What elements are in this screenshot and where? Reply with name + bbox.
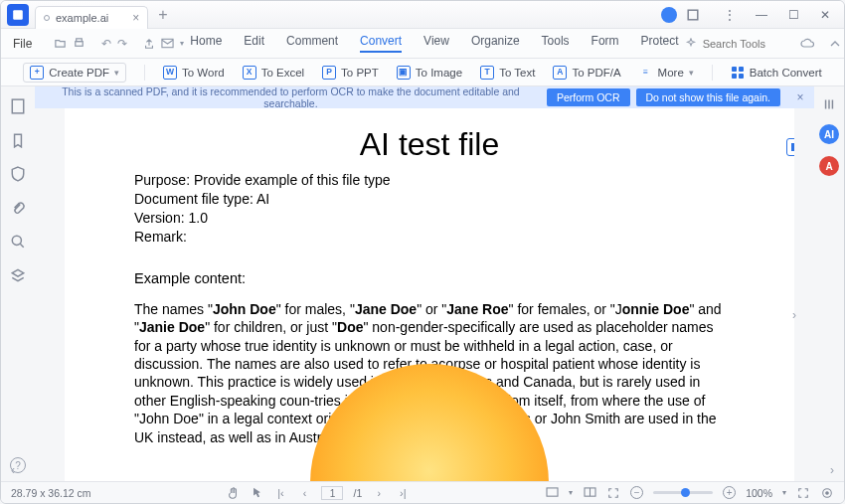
right-panel-toggle-icon[interactable] — [821, 96, 837, 112]
search-input[interactable] — [703, 38, 782, 50]
document-title: AI test file — [134, 126, 725, 163]
to-text-button[interactable]: TTo Text — [480, 66, 535, 80]
kebab-menu-icon[interactable]: ⋮ — [719, 8, 741, 22]
page-total: /1 — [353, 487, 362, 499]
chevron-down-icon: ▾ — [114, 68, 119, 78]
to-ppt-button[interactable]: PTo PPT — [322, 66, 379, 80]
file-menu[interactable]: File — [7, 35, 38, 53]
nav-comment[interactable]: Comment — [286, 34, 338, 53]
minimize-icon[interactable]: — — [751, 8, 772, 22]
view-mode-chevron-icon[interactable]: ▾ — [569, 488, 573, 497]
nav-tools[interactable]: Tools — [542, 34, 570, 53]
share-icon[interactable] — [143, 35, 155, 53]
svg-rect-7 — [547, 488, 558, 496]
panel-toggle-icon[interactable] — [687, 9, 709, 21]
title-bar: example.ai × + ⋮ — ☐ ✕ — [1, 1, 844, 29]
last-page-icon[interactable]: ›| — [396, 486, 410, 500]
image-icon: ▣ — [397, 66, 411, 80]
view-mode-icon[interactable] — [545, 486, 559, 500]
account-avatar-icon[interactable] — [661, 7, 677, 23]
document-page: AI test file Purpose: Provide example of… — [65, 108, 794, 483]
tool-search[interactable] — [685, 38, 782, 50]
zoom-chevron-icon[interactable]: ▾ — [782, 488, 786, 497]
quick-more-icon[interactable]: ▾ — [180, 35, 184, 53]
plus-icon: + — [30, 66, 44, 80]
actual-size-icon[interactable] — [820, 486, 834, 500]
workspace: ? This is a scanned PDF, and it is recom… — [1, 86, 844, 483]
nav-right-icon[interactable]: › — [830, 463, 834, 477]
next-page-status-icon[interactable]: › — [372, 486, 386, 500]
batch-convert-button[interactable]: Batch Convert — [731, 66, 822, 80]
nav-convert[interactable]: Convert — [360, 34, 402, 53]
svg-rect-2 — [76, 42, 83, 47]
to-word-button[interactable]: WTo Word — [163, 66, 225, 80]
nav-organize[interactable]: Organize — [471, 34, 520, 53]
hand-tool-icon[interactable] — [226, 486, 240, 500]
maximize-icon[interactable]: ☐ — [782, 8, 804, 22]
ppt-icon: P — [322, 66, 336, 80]
fit-page-icon[interactable] — [796, 486, 810, 500]
dismiss-ocr-button[interactable]: Do not show this file again. — [636, 88, 781, 106]
tab-title: example.ai — [56, 12, 108, 24]
zoom-slider[interactable] — [653, 491, 713, 494]
to-image-button[interactable]: ▣To Image — [397, 66, 462, 80]
nav-protect[interactable]: Protect — [641, 34, 679, 53]
perform-ocr-button[interactable]: Perform OCR — [547, 88, 630, 106]
next-page-icon[interactable]: › — [792, 308, 800, 316]
thumbnails-icon[interactable] — [10, 98, 26, 114]
sparkle-icon — [685, 38, 697, 50]
left-sidebar: ? — [1, 86, 35, 483]
convert-toolbar: + Create PDF ▾ WTo Word XTo Excel PTo PP… — [1, 59, 844, 86]
svg-rect-3 — [77, 39, 83, 42]
search-panel-icon[interactable] — [10, 234, 26, 250]
chevron-down-icon: ▾ — [689, 68, 694, 78]
bookmarks-icon[interactable] — [10, 132, 26, 148]
create-pdf-button[interactable]: + Create PDF ▾ — [23, 63, 126, 83]
fullscreen-icon[interactable] — [606, 486, 620, 500]
redo-icon[interactable]: ↷ — [117, 35, 127, 53]
select-tool-icon[interactable] — [250, 486, 263, 500]
nav-form[interactable]: Form — [592, 34, 619, 53]
open-icon[interactable] — [54, 35, 67, 53]
zoom-out-icon[interactable]: − — [630, 486, 643, 499]
svg-rect-5 — [12, 99, 23, 113]
excel-icon: X — [243, 66, 256, 80]
attachments-icon[interactable] — [10, 200, 26, 216]
ai-assistant-icon[interactable]: AI — [819, 124, 839, 144]
grid-icon — [731, 66, 745, 80]
selection-handle-icon[interactable] — [786, 138, 794, 156]
ai-secondary-icon[interactable]: A — [819, 156, 839, 176]
undo-icon[interactable]: ↶ — [101, 35, 111, 53]
page-dimensions: 28.79 x 36.12 cm — [11, 487, 91, 499]
layers-icon[interactable] — [10, 267, 26, 283]
example-content-heading: Example content: — [134, 270, 725, 286]
collapse-ribbon-icon[interactable] — [826, 35, 844, 53]
first-page-icon[interactable]: |‹ — [273, 486, 287, 500]
cloud-icon[interactable] — [798, 35, 816, 53]
app-logo-icon — [7, 4, 29, 26]
nav-view[interactable]: View — [423, 34, 449, 53]
pdfa-icon: A — [553, 66, 567, 80]
more-icon: ≡ — [639, 66, 653, 80]
nav-left-icon[interactable]: ‹ — [11, 463, 15, 477]
svg-point-10 — [826, 491, 829, 494]
new-tab-button[interactable]: + — [158, 6, 167, 24]
reading-mode-icon[interactable] — [583, 486, 596, 500]
prev-page-status-icon[interactable]: ‹ — [297, 486, 311, 500]
to-pdfa-button[interactable]: ATo PDF/A — [553, 66, 620, 80]
page-number-input[interactable]: 1 — [321, 486, 343, 500]
close-banner-icon[interactable]: × — [786, 90, 814, 104]
menu-bar: File ↶ ↷ ▾ Home Edit Comment Convert Vie… — [1, 29, 844, 59]
document-tab[interactable]: example.ai × — [35, 6, 148, 29]
close-tab-icon[interactable]: × — [132, 11, 139, 25]
nav-home[interactable]: Home — [190, 34, 222, 53]
to-excel-button[interactable]: XTo Excel — [243, 66, 304, 80]
more-convert-button[interactable]: ≡More▾ — [639, 66, 694, 80]
security-icon[interactable] — [10, 166, 26, 182]
svg-point-6 — [12, 236, 21, 245]
nav-edit[interactable]: Edit — [244, 34, 264, 53]
close-window-icon[interactable]: ✕ — [814, 8, 836, 22]
print-icon[interactable] — [73, 35, 85, 53]
zoom-in-icon[interactable]: + — [723, 486, 736, 499]
email-icon[interactable] — [161, 35, 174, 53]
